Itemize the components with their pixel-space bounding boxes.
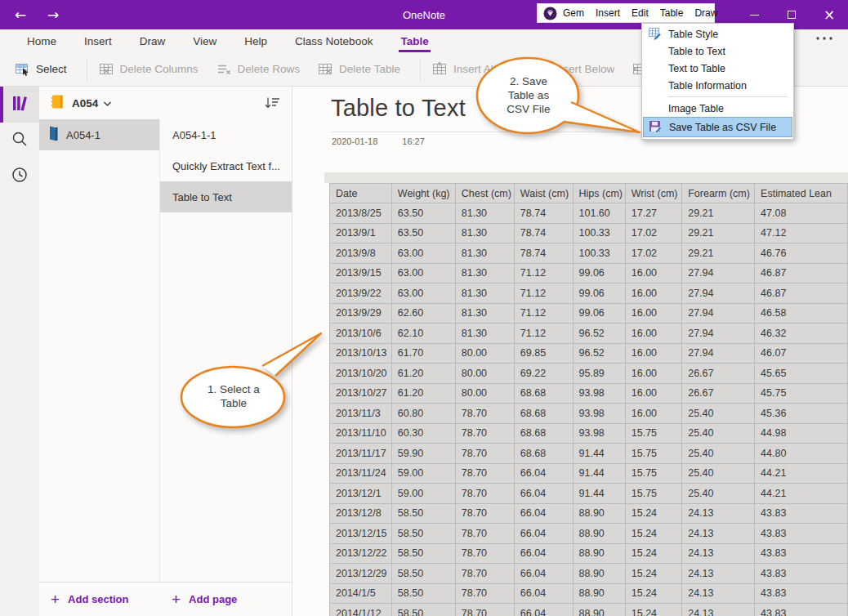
table-cell[interactable]: 43.83 — [755, 503, 848, 524]
table-cell[interactable]: 88.90 — [573, 543, 625, 564]
ribbon-tab-insert[interactable]: Insert — [70, 29, 126, 52]
section-item-a054-1[interactable]: A054-1 — [39, 119, 159, 150]
table-cell[interactable]: 81.30 — [455, 283, 514, 304]
table-cell[interactable]: 63.50 — [391, 223, 455, 243]
table-cell[interactable]: 80.00 — [455, 364, 514, 384]
table-cell[interactable]: 46.87 — [755, 283, 848, 304]
table-cell[interactable]: 26.67 — [682, 364, 755, 384]
table-cell[interactable]: 63.00 — [391, 263, 455, 283]
table-cell[interactable]: 66.04 — [514, 463, 573, 484]
table-cell[interactable]: 16.00 — [625, 383, 681, 404]
table-cell[interactable]: 66.04 — [514, 564, 573, 584]
menu-item-table-to-text[interactable]: Table to Text — [643, 42, 792, 60]
table-cell[interactable]: 25.40 — [682, 444, 755, 464]
table-cell[interactable]: 17.27 — [625, 203, 681, 224]
table-cell[interactable]: 45.75 — [755, 383, 848, 404]
table-cell[interactable]: 58.50 — [391, 583, 455, 604]
ribbon-command-delete-rows[interactable]: Delete Rows — [216, 61, 301, 77]
table-cell[interactable]: 68.68 — [514, 444, 573, 464]
table-cell[interactable]: 62.60 — [391, 303, 455, 324]
table-cell[interactable]: 80.00 — [455, 343, 514, 364]
table-cell[interactable]: 58.50 — [391, 503, 455, 524]
table-cell[interactable]: 61.20 — [391, 383, 455, 404]
menubar-item-edit[interactable]: Edit — [626, 4, 654, 22]
table-cell[interactable]: 66.04 — [514, 583, 573, 604]
table-cell[interactable]: 58.50 — [391, 564, 455, 584]
table-cell[interactable]: 2013/10/6 — [330, 324, 392, 344]
table-cell[interactable]: 88.90 — [573, 524, 625, 544]
table-cell[interactable]: 16.00 — [625, 364, 681, 384]
table-cell[interactable]: 88.90 — [573, 503, 625, 524]
table-cell[interactable]: 68.68 — [514, 404, 573, 424]
table-cell[interactable]: 47.08 — [755, 203, 848, 224]
table-cell[interactable]: 46.07 — [755, 343, 848, 364]
table-cell[interactable]: 16.00 — [625, 283, 681, 304]
table-cell[interactable]: 24.13 — [682, 583, 755, 604]
table-cell[interactable]: 45.36 — [755, 404, 848, 424]
rail-item-recent[interactable] — [0, 158, 39, 194]
column-header-chest-cm[interactable]: Chest (cm) — [455, 184, 514, 203]
page-title[interactable]: Table to Text — [331, 95, 466, 122]
table-cell[interactable]: 2013/9/15 — [330, 263, 392, 283]
ribbon-tab-home[interactable]: Home — [13, 29, 70, 52]
table-cell[interactable]: 25.40 — [682, 484, 755, 504]
table-cell[interactable]: 24.13 — [682, 543, 755, 564]
table-cell[interactable]: 2013/9/8 — [330, 243, 392, 264]
menu-item-table-information[interactable]: Table Information — [643, 77, 792, 94]
table-cell[interactable]: 60.30 — [391, 423, 455, 444]
table-cell[interactable]: 2014/1/12 — [330, 604, 392, 616]
column-header-date[interactable]: Date — [330, 184, 392, 203]
ribbon-command-select[interactable]: Select — [15, 61, 67, 77]
table-cell[interactable]: 71.12 — [514, 303, 573, 324]
table-cell[interactable]: 16.00 — [625, 263, 681, 283]
table-cell[interactable]: 46.87 — [755, 263, 848, 283]
notebook-header[interactable]: A054 — [39, 87, 292, 119]
table-cell[interactable]: 17.02 — [625, 223, 681, 243]
column-header-forearm-cm[interactable]: Forearm (cm) — [682, 184, 755, 203]
table-cell[interactable]: 44.80 — [755, 444, 848, 464]
table-cell[interactable]: 88.90 — [573, 604, 625, 616]
table-cell[interactable]: 29.21 — [682, 243, 755, 264]
table-cell[interactable]: 2013/11/10 — [330, 423, 392, 444]
table-cell[interactable]: 78.70 — [455, 404, 514, 424]
table-cell[interactable]: 91.44 — [573, 463, 625, 484]
table-cell[interactable]: 68.68 — [514, 423, 573, 444]
table-cell[interactable]: 58.50 — [391, 604, 455, 616]
ribbon-tab-view[interactable]: View — [179, 29, 230, 52]
table-cell[interactable]: 100.33 — [573, 223, 625, 243]
table-cell[interactable]: 91.44 — [573, 444, 625, 464]
table-cell[interactable]: 44.98 — [755, 423, 848, 444]
table-cell[interactable]: 66.04 — [514, 543, 573, 564]
table-cell[interactable]: 47.12 — [755, 223, 848, 243]
table-cell[interactable]: 2013/12/15 — [330, 524, 392, 544]
table-cell[interactable]: 71.12 — [514, 283, 573, 304]
table-cell[interactable]: 27.94 — [682, 303, 755, 324]
table-cell[interactable]: 2013/12/1 — [330, 484, 392, 504]
table-cell[interactable]: 15.24 — [625, 583, 681, 604]
table-cell[interactable]: 43.83 — [755, 524, 848, 544]
table-cell[interactable]: 2014/1/5 — [330, 583, 392, 604]
column-header-wrist-cm[interactable]: Wrist (cm) — [625, 184, 681, 203]
table-cell[interactable]: 25.40 — [682, 463, 755, 484]
table-cell[interactable]: 95.89 — [573, 364, 625, 384]
table-cell[interactable]: 81.30 — [455, 203, 514, 224]
menu-item-table-style[interactable]: Table Style — [643, 25, 792, 42]
table-cell[interactable]: 81.30 — [455, 263, 514, 283]
table-cell[interactable]: 2013/12/29 — [330, 564, 392, 584]
table-cell[interactable]: 78.70 — [455, 463, 514, 484]
page-item-quickly-extract-text-f[interactable]: Quickly Extract Text f... — [160, 150, 292, 181]
table-cell[interactable]: 17.02 — [625, 243, 681, 264]
table-cell[interactable]: 63.50 — [391, 203, 455, 224]
table-cell[interactable]: 43.83 — [755, 604, 848, 616]
ribbon-command-delete-table[interactable]: Delete Table — [318, 61, 400, 77]
sort-icon[interactable] — [264, 95, 281, 114]
table-cell[interactable]: 60.80 — [391, 404, 455, 424]
table-cell[interactable]: 66.04 — [514, 484, 573, 504]
menu-item-save-table-as-csv-file[interactable]: Save Table as CSV File — [643, 117, 792, 137]
table-cell[interactable]: 26.67 — [682, 383, 755, 404]
table-cell[interactable]: 2013/9/29 — [330, 303, 392, 324]
table-cell[interactable]: 78.74 — [514, 243, 573, 264]
table-cell[interactable]: 43.83 — [755, 583, 848, 604]
menubar-item-table[interactable]: Table — [654, 4, 690, 22]
table-cell[interactable]: 46.58 — [755, 303, 848, 324]
